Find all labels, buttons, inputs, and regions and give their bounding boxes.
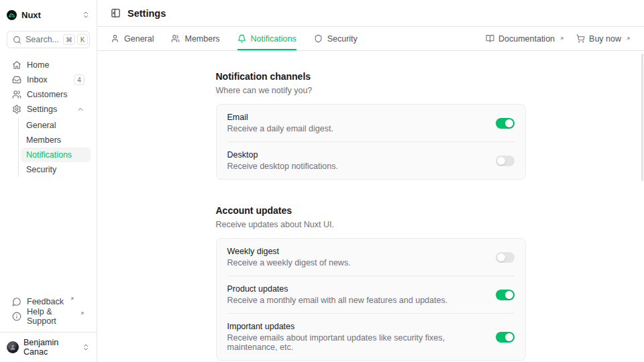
channels-card: Email Receive a daily email digest. Desk… [216, 104, 526, 180]
sidebar-item-label: Feedback [27, 297, 64, 306]
user-name: Benjamin Canac [23, 338, 77, 357]
sidebar: Nuxt Search... ⌘ K Home [0, 0, 97, 362]
setting-description: Receive emails about important updates l… [227, 333, 485, 352]
sidebar-item-settings[interactable]: Settings [6, 102, 91, 117]
setting-row-weekly-digest: Weekly digest Receive a weekly digest of… [217, 239, 525, 276]
user-menu[interactable]: Benjamin Canac [0, 332, 97, 362]
sidebar-item-settings-members[interactable]: Members [21, 133, 91, 147]
page-header: Settings [97, 0, 644, 27]
external-link-icon [626, 36, 631, 41]
sidebar-footer: Feedback Help & Support [0, 294, 97, 328]
home-icon [12, 60, 21, 70]
tabbar: General Members Notifications Security [97, 27, 644, 51]
sidebar-item-label: Inbox [27, 75, 48, 84]
action-label: Documentation [498, 34, 555, 44]
message-bubble-icon [12, 297, 21, 306]
user-icon [111, 34, 119, 43]
nuxt-logo-icon [7, 10, 17, 20]
setting-row-important-updates: Important updates Receive emails about i… [217, 314, 525, 360]
tabbar-actions: Documentation Buy now [486, 27, 631, 50]
book-icon [486, 34, 494, 43]
sidebar-collapse-icon[interactable] [111, 8, 121, 18]
section-description: Where can we notify you? [216, 86, 526, 95]
buy-now-link[interactable]: Buy now [576, 34, 631, 44]
setting-label: Email [227, 113, 485, 122]
kbd-k: K [77, 34, 88, 45]
shopping-cart-icon [576, 34, 585, 43]
scrollbar[interactable] [641, 54, 643, 181]
chevrons-up-down-icon [82, 343, 90, 351]
setting-description: Receive a daily email digest. [227, 124, 485, 133]
setting-row-desktop: Desktop Receive desktop notifications. [217, 142, 525, 179]
chevron-up-icon [76, 105, 85, 113]
tab-label: Notifications [251, 34, 297, 44]
sidebar-item-label: Home [27, 60, 49, 70]
tab-label: General [124, 34, 154, 44]
sidebar-item-settings-security[interactable]: Security [21, 162, 91, 177]
sidebar-item-label: Notifications [26, 150, 72, 160]
setting-label: Product updates [227, 284, 485, 294]
setting-row-product-updates: Product updates Receive a monthly email … [217, 276, 525, 313]
weekly-digest-toggle[interactable] [496, 252, 515, 263]
sidebar-item-help-support[interactable]: Help & Support [6, 309, 91, 324]
sidebar-item-label: Help & Support [27, 307, 74, 326]
app-window: Nuxt Search... ⌘ K Home [0, 0, 644, 362]
gear-icon [12, 105, 21, 114]
page-title: Settings [127, 8, 166, 19]
search-icon [13, 36, 21, 44]
setting-description: Receive a weekly digest of news. [227, 258, 485, 267]
tab-notifications[interactable]: Notifications [237, 27, 297, 50]
setting-description: Receive a monthly email with all new fea… [227, 296, 485, 305]
desktop-toggle[interactable] [496, 156, 515, 166]
action-label: Buy now [589, 34, 621, 44]
sidebar-item-settings-general[interactable]: General [21, 118, 91, 133]
section-title: Account updates [216, 205, 526, 216]
chevrons-up-down-icon [82, 11, 90, 19]
kbd-meta: ⌘ [63, 34, 75, 45]
users-icon [12, 90, 21, 99]
settings-content: Notification channels Where can we notif… [97, 51, 644, 362]
setting-label: Desktop [227, 150, 485, 160]
tab-members[interactable]: Members [171, 27, 219, 50]
sidebar-item-label: Customers [27, 90, 67, 99]
external-link-icon [559, 36, 564, 41]
inbox-badge: 4 [74, 74, 85, 85]
settings-subnav: General Members Notifications Security [18, 118, 91, 177]
documentation-link[interactable]: Documentation [486, 34, 564, 44]
setting-description: Receive desktop notifications. [227, 162, 485, 171]
sidebar-item-home[interactable]: Home [6, 58, 91, 72]
users-icon [171, 34, 180, 43]
team-switcher[interactable]: Nuxt [7, 7, 90, 23]
sidebar-item-label: Security [26, 165, 56, 174]
external-link-icon [70, 296, 74, 301]
sidebar-item-settings-notifications[interactable]: Notifications [21, 147, 91, 162]
tab-label: Members [184, 34, 219, 44]
tab-label: Security [327, 34, 358, 44]
tab-general[interactable]: General [111, 27, 154, 50]
main-panel: Settings General Members Notifications [97, 0, 644, 362]
tab-security[interactable]: Security [314, 27, 358, 50]
search-placeholder: Search... [25, 35, 59, 44]
team-name: Nuxt [21, 10, 41, 20]
setting-label: Weekly digest [227, 247, 485, 256]
sidebar-item-inbox[interactable]: Inbox 4 [6, 72, 91, 87]
sidebar-nav: Home Inbox 4 Customers Settings [0, 58, 97, 177]
sidebar-item-customers[interactable]: Customers [6, 87, 91, 102]
bell-icon [237, 34, 246, 43]
avatar [7, 341, 19, 353]
section-notification-channels: Notification channels Where can we notif… [216, 71, 526, 180]
search-input[interactable]: Search... ⌘ K [7, 31, 90, 48]
important-updates-toggle[interactable] [496, 332, 515, 343]
email-toggle[interactable] [496, 118, 515, 129]
product-updates-toggle[interactable] [496, 290, 515, 300]
sidebar-item-label: Members [26, 135, 61, 145]
shield-icon [314, 34, 323, 43]
inbox-icon [12, 75, 21, 84]
section-account-updates: Account updates Receive updates about Nu… [216, 205, 526, 361]
setting-row-email: Email Receive a daily email digest. [217, 105, 525, 141]
section-description: Receive updates about Nuxt UI. [216, 220, 526, 229]
sidebar-item-label: General [26, 121, 56, 130]
account-card: Weekly digest Receive a weekly digest of… [216, 238, 526, 361]
sidebar-item-label: Settings [27, 105, 57, 114]
info-circle-icon [12, 312, 21, 321]
